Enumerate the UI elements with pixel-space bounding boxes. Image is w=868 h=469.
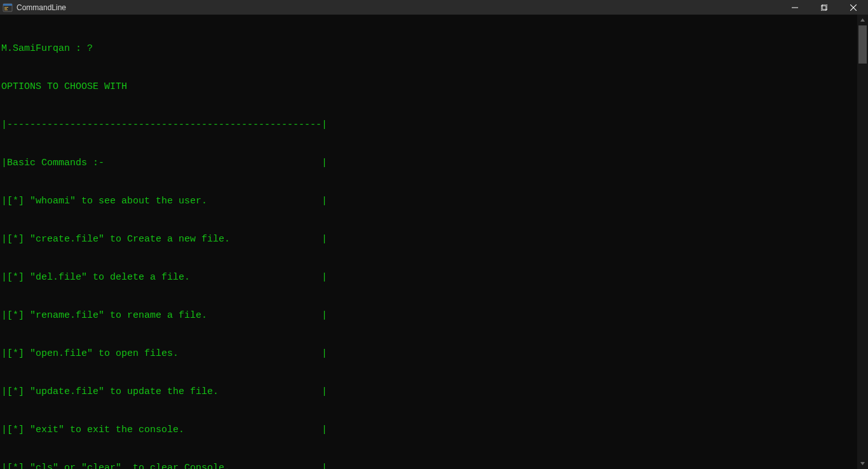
svg-rect-6	[821, 6, 826, 11]
scrollbar-track[interactable]	[857, 25, 868, 458]
command-item: |[*] "create.file" to Create a new file.…	[1, 233, 856, 246]
close-button[interactable]	[839, 0, 868, 15]
scroll-up-button[interactable]	[857, 15, 868, 25]
command-item: |[*] "open.file" to open files. |	[1, 348, 856, 360]
svg-rect-3	[4, 8, 7, 9]
maximize-icon	[821, 4, 827, 11]
prompt-executed: M.SamiFurqan : ?	[1, 43, 856, 55]
box-divider-top: |---------------------------------------…	[1, 119, 856, 132]
svg-rect-4	[4, 10, 8, 10]
svg-rect-1	[3, 4, 12, 6]
svg-marker-11	[860, 462, 865, 465]
chevron-down-icon	[860, 461, 865, 466]
command-item: |[*] "exit" to exit the console. |	[1, 424, 856, 437]
box-section-title: |Basic Commands :- |	[1, 157, 856, 170]
svg-marker-10	[860, 18, 865, 22]
svg-rect-5	[792, 7, 798, 8]
svg-rect-7	[822, 4, 827, 10]
minimize-button[interactable]	[780, 0, 810, 15]
terminal-output[interactable]: M.SamiFurqan : ? OPTIONS TO CHOOSE WITH …	[0, 15, 857, 469]
options-header: OPTIONS TO CHOOSE WITH	[1, 81, 856, 93]
client-area: M.SamiFurqan : ? OPTIONS TO CHOOSE WITH …	[0, 15, 868, 469]
command-item: |[*] "cls" or "clear" to clear Console. …	[1, 462, 856, 469]
command-item: |[*] "update.file" to update the file. |	[1, 386, 856, 398]
command-item: |[*] "rename.file" to rename a file. |	[1, 309, 856, 322]
command-item: |[*] "whoami" to see about the user. |	[1, 195, 856, 208]
svg-rect-2	[4, 7, 8, 8]
chevron-up-icon	[860, 17, 865, 23]
command-item: |[*] "del.file" to delete a file. |	[1, 271, 856, 284]
scroll-down-button[interactable]	[857, 458, 868, 469]
vertical-scrollbar[interactable]	[857, 15, 868, 469]
close-icon	[850, 4, 857, 11]
window-title: CommandLine	[17, 3, 66, 12]
app-icon	[3, 3, 13, 13]
minimize-icon	[792, 4, 798, 11]
maximize-button[interactable]	[810, 0, 839, 15]
scrollbar-thumb[interactable]	[858, 25, 867, 64]
titlebar[interactable]: CommandLine	[0, 0, 868, 15]
